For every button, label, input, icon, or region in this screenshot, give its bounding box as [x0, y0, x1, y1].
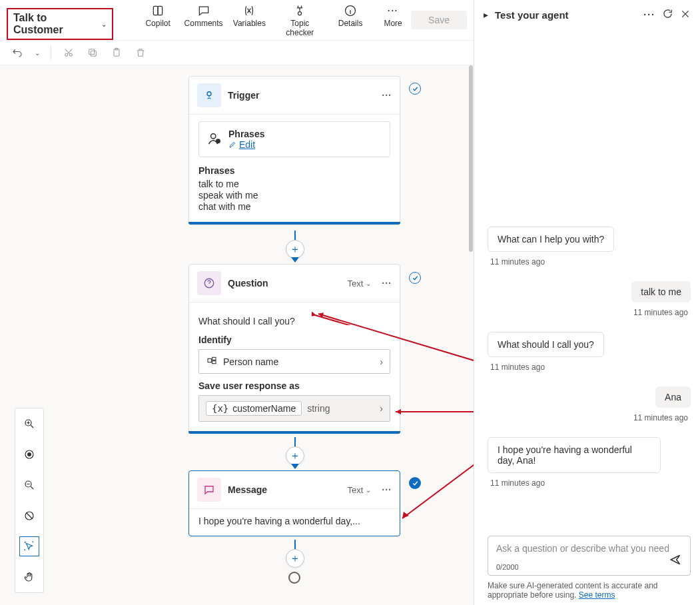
person-icon	[207, 131, 222, 148]
details-label: Details	[338, 19, 363, 28]
comments-label: Comments	[184, 19, 223, 28]
separator	[51, 46, 51, 59]
comment-icon	[197, 4, 210, 17]
phrases-label: Phrases	[228, 129, 264, 139]
disclaimer: Make sure AI-generated content is accura…	[488, 576, 691, 600]
copilot-icon	[151, 4, 165, 17]
undo-chevron-icon[interactable]: ⌄	[35, 49, 40, 57]
variables-label: Variables	[233, 19, 266, 28]
message-node[interactable]: Message Text ⌄ ··· I hope you're having …	[188, 470, 400, 536]
test-panel-title: Test your agent	[495, 9, 637, 21]
svg-rect-0	[153, 6, 158, 15]
svg-point-11	[216, 139, 220, 143]
user-message: Ana	[655, 386, 691, 408]
svg-rect-1	[158, 6, 163, 15]
see-terms-link[interactable]: See terms	[579, 590, 615, 600]
timestamp: 11 minutes ago	[490, 362, 691, 372]
message-text[interactable]: I hope you're having a wonderful day,...	[198, 516, 390, 526]
bot-message: I hope you're having a wonderful day, An…	[488, 437, 661, 473]
question-icon	[197, 271, 221, 295]
disclaimer-text: Make sure AI-generated content is accura…	[488, 581, 658, 600]
close-button[interactable]	[680, 9, 691, 21]
question-status-check-icon	[409, 272, 421, 284]
trigger-title: Trigger	[228, 90, 375, 101]
svg-rect-13	[208, 358, 211, 362]
trigger-icon	[197, 83, 221, 107]
save-as-label: Save user response as	[198, 380, 390, 391]
topic-checker-icon	[293, 4, 306, 17]
pan-tool-button[interactable]	[19, 567, 39, 587]
timestamp: 11 minutes ago	[490, 257, 691, 267]
details-button[interactable]: Details	[335, 4, 366, 28]
svg-rect-15	[212, 361, 216, 364]
timestamp: 11 minutes ago	[490, 308, 688, 317]
collapse-icon[interactable]: ▸	[484, 9, 488, 20]
identify-label: Identify	[198, 334, 390, 345]
svg-rect-5	[91, 51, 96, 56]
chevron-down-icon: ⌄	[366, 486, 371, 494]
phrase-item: speak with me	[198, 190, 390, 201]
entity-icon	[206, 355, 218, 368]
cut-button[interactable]	[62, 46, 75, 59]
phrases-edit-row[interactable]: Phrases Edit	[198, 121, 390, 157]
trigger-more-button[interactable]: ···	[382, 90, 392, 101]
question-more-button[interactable]: ···	[382, 278, 392, 289]
zoom-in-button[interactable]	[19, 414, 39, 434]
zoom-out-button[interactable]	[19, 475, 39, 495]
chevron-down-icon: ⌄	[366, 280, 371, 287]
delete-button[interactable]	[134, 46, 147, 59]
paste-button[interactable]	[110, 46, 123, 59]
add-node-button[interactable]: ＋	[286, 240, 304, 259]
edit-phrases-link[interactable]: Edit	[239, 139, 255, 150]
svg-rect-6	[89, 49, 95, 55]
bot-message: What should I call you?	[488, 332, 604, 357]
identify-selector[interactable]: Person name ›	[198, 349, 390, 374]
more-button[interactable]: ··· More	[378, 4, 408, 28]
save-button[interactable]: Save	[411, 11, 467, 29]
undo-button[interactable]	[11, 46, 24, 59]
panel-more-button[interactable]: ···	[643, 9, 655, 20]
chat-input[interactable]: Ask a question or describe what you need…	[488, 536, 691, 576]
question-type-label: Text	[347, 279, 363, 289]
question-node[interactable]: Question Text ⌄ ··· What should I call y…	[188, 264, 400, 434]
topic-name-dropdown[interactable]: Talk to Customer ⌄	[7, 8, 113, 40]
refresh-button[interactable]	[662, 8, 673, 21]
variable-type: string	[307, 403, 330, 414]
message-more-button[interactable]: ···	[382, 484, 392, 495]
variable-icon: {x}	[212, 403, 228, 414]
topic-checker-label: Topic checker	[277, 19, 323, 38]
message-type-label: Text	[347, 485, 363, 495]
chevron-right-icon: ›	[380, 356, 383, 367]
select-tool-button[interactable]	[19, 536, 39, 556]
minimap-button[interactable]	[19, 506, 39, 526]
add-node-button[interactable]: ＋	[286, 446, 304, 465]
annotation-arrow	[392, 405, 474, 418]
comments-button[interactable]: Comments	[185, 4, 222, 28]
add-node-button[interactable]: ＋	[286, 549, 304, 568]
timestamp: 11 minutes ago	[490, 478, 691, 488]
phrases-header: Phrases	[198, 165, 390, 176]
svg-point-3	[65, 53, 68, 56]
variable-name: customerName	[232, 403, 296, 414]
message-type-dropdown[interactable]: Text ⌄	[347, 485, 371, 495]
more-icon: ···	[386, 4, 400, 17]
question-prompt[interactable]: What should I call you?	[198, 309, 390, 328]
question-type-dropdown[interactable]: Text ⌄	[347, 279, 371, 289]
chevron-down-icon: ⌄	[101, 21, 107, 28]
topic-name: Talk to Customer	[13, 12, 97, 36]
topic-checker-button[interactable]: Topic checker	[277, 4, 323, 38]
identify-value: Person name	[223, 356, 278, 367]
user-message: talk to me	[631, 281, 691, 302]
send-button[interactable]	[669, 553, 682, 568]
variables-button[interactable]: Variables	[234, 4, 265, 28]
fit-to-screen-button[interactable]	[19, 444, 39, 464]
end-node-icon	[288, 572, 300, 584]
trigger-node[interactable]: Trigger ··· Phrases E	[188, 76, 400, 225]
copilot-button[interactable]: Copilot	[143, 4, 173, 28]
annotation-arrow	[397, 452, 474, 525]
variable-selector[interactable]: {x} customerName string ›	[198, 395, 390, 422]
info-icon	[344, 4, 357, 17]
chevron-right-icon: ›	[380, 403, 383, 414]
svg-point-21	[27, 452, 31, 456]
copy-button[interactable]	[86, 46, 99, 59]
